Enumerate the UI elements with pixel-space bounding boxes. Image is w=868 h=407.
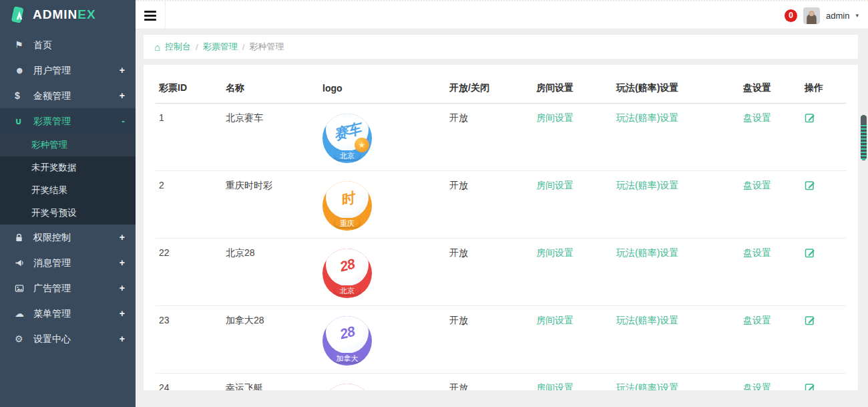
col-header-play: 玩法(赔率)设置 [613,77,740,104]
sidebar-item-label: 用户管理 [33,65,71,76]
page-scrollbar-thumb[interactable] [861,115,867,160]
submenu-item-lottery-types[interactable]: 彩种管理 [0,134,136,156]
cell-open-status: 开放 [446,171,533,239]
chevron-down-icon[interactable]: ▾ [855,12,859,19]
sidebar-item-messages[interactable]: 消息管理 + [0,250,136,275]
room-settings-link[interactable]: 房间设置 [536,112,574,123]
sidebar-submenu-lottery: 彩种管理 未开奖数据 开奖结果 开奖号预设 [0,134,136,225]
sidebar-item-ads[interactable]: 广告管理 + [0,275,136,301]
ball-title: 28 [322,319,372,346]
table-row: 23 加拿大28 28 加拿大 开放 房间设置 玩法(赔率)设置 盘设置 [156,306,846,374]
cell-open-status: 开放 [446,239,533,306]
cell-room-settings: 房间设置 [533,171,613,239]
edit-icon[interactable] [805,247,815,260]
plus-icon: + [120,326,125,352]
edit-icon[interactable] [805,180,815,192]
room-settings-link[interactable]: 房间设置 [536,382,574,390]
sidebar-item-permissions[interactable]: 权限控制 + [0,225,136,250]
submenu-item-undrawn-data[interactable]: 未开奖数据 [0,156,136,179]
sidebar-item-users[interactable]: ☻ 用户管理 + [0,57,136,83]
brand-logo[interactable]: ADMINEX [0,0,136,29]
table-row: 2 重庆时时彩 时 重庆 开放 房间设置 玩法(赔率)设置 盘设置 [156,171,846,239]
cell-play-settings: 玩法(赔率)设置 [613,306,740,374]
magnet-icon: ∪ [15,108,31,134]
sidebar-menu-lower: 权限控制 + 消息管理 + 广告管理 + ☁ 菜单管理 + ⚙ 设置中心 + [0,225,136,352]
ball-title: 飞艇 [322,386,372,390]
pan-settings-link[interactable]: 盘设置 [743,315,771,325]
sidebar-item-label: 彩票管理 [33,116,71,126]
submenu-item-label: 彩种管理 [31,140,67,150]
cell-lottery-id: 22 [156,239,222,306]
cell-pan-settings: 盘设置 [740,306,801,374]
cell-logo: 28 加拿大 [319,306,446,374]
play-odds-settings-link[interactable]: 玩法(赔率)设置 [616,382,678,390]
cell-play-settings: 玩法(赔率)设置 [613,374,740,391]
edit-icon[interactable] [805,382,815,390]
cell-open-status: 开放 [446,306,533,374]
plus-icon: + [120,83,125,108]
lottery-table-card: 彩票ID 名称 logo 开放/关闭 房间设置 玩法(赔率)设置 盘设置 操作 … [144,65,858,390]
play-odds-settings-link[interactable]: 玩法(赔率)设置 [616,112,678,123]
pan-settings-link[interactable]: 盘设置 [743,382,771,390]
cell-logo: 时 重庆 [319,171,446,239]
cell-pan-settings: 盘设置 [740,171,801,239]
cell-pan-settings: 盘设置 [740,104,801,171]
navbar-user-area: 0 admin ▾ [785,1,859,29]
cell-room-settings: 房间设置 [533,239,613,306]
sidebar-menu: ⚑ 首页 ☻ 用户管理 + $ 金额管理 + ∪ 彩票管理 - [0,32,136,134]
cell-room-settings: 房间设置 [533,306,613,374]
sidebar-item-menus[interactable]: ☁ 菜单管理 + [0,301,136,326]
cell-lottery-name: 北京28 [222,239,319,306]
notification-badge: 0 [785,9,797,22]
play-odds-settings-link[interactable]: 玩法(赔率)设置 [616,247,678,258]
image-icon [15,275,31,301]
room-settings-link[interactable]: 房间设置 [536,180,574,190]
ball-region-banner: 北京 [334,285,361,296]
pan-settings-link[interactable]: 盘设置 [743,247,771,258]
play-odds-settings-link[interactable]: 玩法(赔率)设置 [616,180,678,190]
breadcrumb-console[interactable]: 控制台 [165,41,191,53]
plus-icon: + [120,225,125,250]
top-navbar: 0 admin ▾ [136,0,868,29]
cell-pan-settings: 盘设置 [740,374,801,391]
room-settings-link[interactable]: 房间设置 [536,247,574,258]
flag-icon: ⚑ [15,32,31,57]
sidebar-item-lottery[interactable]: ∪ 彩票管理 - [0,108,136,134]
col-header-pan: 盘设置 [740,77,801,104]
breadcrumb-separator: / [242,42,245,52]
breadcrumb-lottery-mgmt[interactable]: 彩票管理 [203,41,238,53]
cell-logo: 赛车 ★ 北京 [319,104,446,171]
cell-lottery-name: 幸运飞艇 [222,374,319,391]
pan-settings-link[interactable]: 盘设置 [743,112,771,123]
username-label[interactable]: admin [826,11,849,21]
sidebar-item-label: 广告管理 [33,283,71,293]
sidebar-item-money[interactable]: $ 金额管理 + [0,83,136,108]
submenu-item-label: 开奖号预设 [31,208,77,218]
edit-icon[interactable] [805,315,815,327]
breadcrumb-separator: / [196,42,198,52]
room-settings-link[interactable]: 房间设置 [536,315,574,325]
edit-icon[interactable] [805,112,815,125]
submenu-item-draw-results[interactable]: 开奖结果 [0,179,136,202]
user-circle-icon: ☻ [15,57,31,83]
breadcrumb-current: 彩种管理 [249,41,284,53]
sidebar-item-label: 金额管理 [33,90,71,101]
bullhorn-icon [15,250,31,275]
ball-region-banner: 重庆 [334,218,361,229]
brand-name: ADMINEX [33,7,96,22]
sidebar-item-settings[interactable]: ⚙ 设置中心 + [0,326,136,352]
col-header-name: 名称 [222,77,319,104]
play-odds-settings-link[interactable]: 玩法(赔率)设置 [616,315,678,325]
cell-actions [801,306,846,374]
brand-logo-icon [11,7,27,23]
submenu-item-draw-presets[interactable]: 开奖号预设 [0,202,136,225]
lock-icon [15,225,31,250]
sidebar-item-home[interactable]: ⚑ 首页 [0,32,136,57]
cell-actions [801,374,846,391]
cell-open-status: 开放 [446,374,533,391]
pan-settings-link[interactable]: 盘设置 [743,180,771,190]
avatar[interactable] [803,7,820,24]
lottery-ball-logo: 28 加拿大 [322,316,372,366]
hamburger-menu-icon[interactable] [136,1,166,29]
ball-region-banner: 北京 [334,150,361,161]
